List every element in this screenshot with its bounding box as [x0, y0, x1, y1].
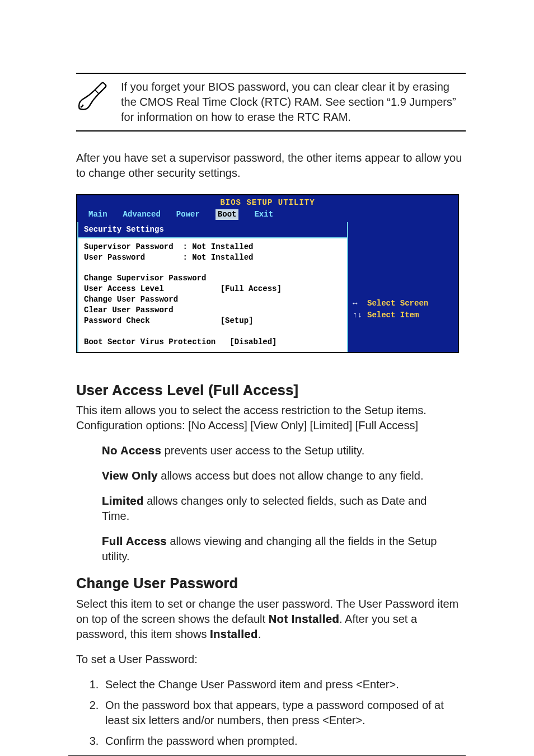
note-block: If you forget your BIOS password, you ca…: [76, 73, 466, 132]
def-view-only: View Only allows access but does not all…: [102, 468, 455, 483]
panel-heading: Security Settings: [78, 222, 347, 238]
bios-settings-panel: Security Settings Supervisor Password : …: [77, 222, 348, 352]
arrows-ud-icon: ↑↓: [353, 310, 362, 321]
def-full-access: Full Access allows viewing and changing …: [102, 534, 455, 564]
svg-line-0: [95, 90, 99, 94]
help-select-screen: ↔ Select Screen: [353, 298, 453, 309]
user-password-steps: Select the Change User Password item and…: [86, 677, 466, 749]
item-password-check[interactable]: Password Check [Setup]: [84, 316, 341, 326]
item-user-access-level[interactable]: User Access Level [Full Access]: [84, 284, 341, 294]
step-3: Confirm the password when prompted.: [102, 734, 466, 749]
row-spacer: [84, 262, 341, 273]
user-access-level-desc: This item allows you to select the acces…: [76, 403, 466, 433]
help-label: Select Item: [367, 310, 419, 321]
intro-paragraph: After you have set a supervisor password…: [76, 151, 466, 181]
note-text: If you forget your BIOS password, you ca…: [121, 79, 466, 125]
heading-user-access-level: User Access Level (Full Access]: [76, 381, 466, 400]
row-supervisor-password: Supervisor Password : Not Installed: [84, 242, 341, 252]
help-label: Select Screen: [367, 298, 428, 309]
tab-main[interactable]: Main: [88, 209, 107, 220]
row-spacer-2: [84, 326, 341, 337]
bios-tab-bar: Main Advanced Power Boot Exit: [81, 209, 455, 220]
bios-help-panel: ↔ Select Screen ↑↓ Select Item: [348, 222, 458, 352]
help-select-item: ↑↓ Select Item: [353, 310, 453, 321]
tab-power[interactable]: Power: [176, 209, 200, 220]
row-user-password: User Password : Not Installed: [84, 252, 341, 263]
bios-screenshot: BIOS SETUP UTILITY Main Advanced Power B…: [76, 194, 459, 353]
bios-header: BIOS SETUP UTILITY Main Advanced Power B…: [77, 195, 458, 222]
change-user-password-desc: Select this item to set or change the us…: [76, 597, 466, 642]
arrows-lr-icon: ↔: [353, 298, 362, 309]
heading-change-user-password: Change User Password: [76, 574, 466, 593]
step-1: Select the Change User Password item and…: [102, 677, 466, 692]
pencil-note-icon: [76, 79, 109, 116]
step-2: On the password box that appears, type a…: [102, 698, 466, 728]
item-change-supervisor-password[interactable]: Change Supervisor Password: [84, 273, 341, 284]
def-limited: Limited allows changes only to selected …: [102, 494, 455, 524]
item-clear-user-password[interactable]: Clear User Password: [84, 305, 341, 316]
bios-body: Security Settings Supervisor Password : …: [77, 222, 458, 352]
item-boot-sector-virus[interactable]: Boot Sector Virus Protection [Disabled]: [84, 337, 341, 348]
tab-boot[interactable]: Boot: [216, 209, 239, 220]
tab-exit[interactable]: Exit: [254, 209, 273, 220]
to-set-user-password: To set a User Password:: [76, 652, 466, 667]
item-change-user-password[interactable]: Change User Password: [84, 294, 341, 305]
manual-page: If you forget your BIOS password, you ca…: [0, 0, 534, 756]
tab-advanced[interactable]: Advanced: [123, 209, 161, 220]
def-no-access: No Access prevents user access to the Se…: [102, 443, 455, 458]
bios-title: BIOS SETUP UTILITY: [81, 198, 455, 208]
